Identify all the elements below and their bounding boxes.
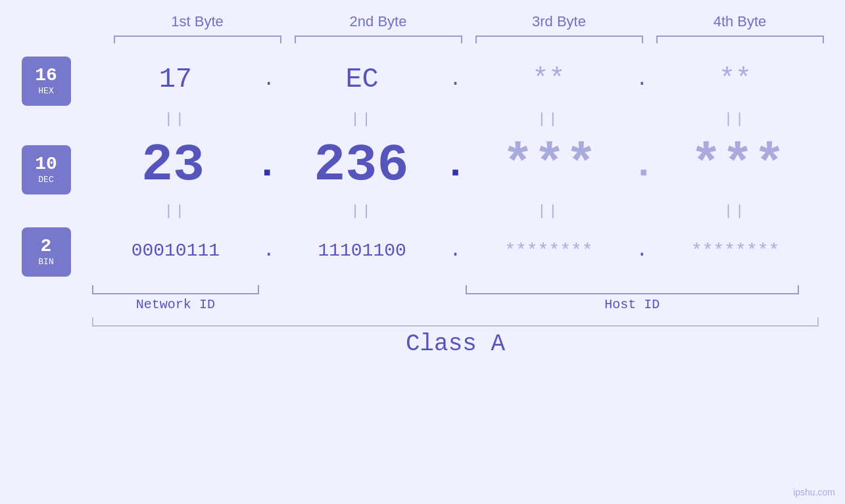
hex-row: 17 . EC . ** . ** — [92, 50, 845, 109]
label-gap-1 — [259, 297, 279, 312]
equals-row-2: || || || || — [92, 201, 845, 221]
eq1-b3: || — [466, 111, 633, 127]
bottom-bracket-container — [92, 285, 845, 294]
dec-cell-b4: *** — [657, 135, 819, 195]
bracket-b1 — [114, 35, 281, 43]
hex-badge-num: 16 — [35, 66, 57, 85]
eq1-b2: || — [279, 111, 446, 127]
dec-val-b2: 236 — [314, 135, 408, 195]
dec-cell-b2: 236 — [280, 135, 442, 195]
bin-badge: 2 BIN — [22, 227, 71, 277]
bracket-gap-1 — [259, 285, 279, 294]
badges-column: 16 HEX 10 DEC 2 BIN — [0, 50, 92, 357]
bracket-b3 — [475, 35, 643, 43]
hex-badge: 16 HEX — [22, 57, 71, 106]
hex-val-b4: ** — [719, 64, 752, 95]
dec-cell-b1: 23 — [92, 135, 254, 195]
hex-cell-b2: EC — [279, 64, 446, 95]
eq1-b1: || — [92, 111, 259, 127]
eq2-b1: || — [92, 203, 259, 219]
bin-val-b2: 11101100 — [318, 241, 406, 261]
hex-cell-b4: ** — [652, 64, 819, 95]
eq2-b2: || — [279, 203, 446, 219]
main-container: 1st Byte 2nd Byte 3rd Byte 4th Byte 16 H… — [0, 0, 845, 504]
eq1-b4: || — [652, 111, 819, 127]
bin-badge-num: 2 — [41, 237, 52, 256]
bracket-gap-2 — [446, 285, 466, 294]
eq2-b3: || — [466, 203, 633, 219]
bin-dot-1: . — [259, 239, 279, 262]
host-bracket-empty — [279, 285, 446, 294]
bracket-b4 — [656, 35, 824, 43]
top-bracket-row — [107, 35, 831, 43]
hex-val-b3: ** — [532, 64, 565, 95]
network-id-label: Network ID — [92, 297, 259, 312]
host-full-bracket-wrapper — [466, 285, 800, 294]
byte1-header: 1st Byte — [107, 13, 288, 30]
label-empty — [279, 297, 446, 312]
hex-badge-label: HEX — [38, 86, 53, 96]
class-bracket-wrapper — [92, 317, 845, 327]
host-full-bracket — [466, 285, 800, 294]
class-label: Class A — [406, 331, 505, 357]
label-gap-3 — [799, 297, 819, 312]
hex-dot-3: . — [632, 68, 652, 91]
bin-val-b1: 00010111 — [132, 241, 220, 261]
bin-row: 00010111 . 11101100 . ******** . *******… — [92, 221, 845, 280]
bracket-b2 — [295, 35, 462, 43]
network-bracket-wrapper — [92, 285, 259, 294]
dec-dot-2: . — [443, 145, 469, 185]
bin-val-b3: ******** — [504, 241, 592, 261]
bin-val-b4: ******** — [691, 241, 779, 261]
equals-row-1: || || || || — [92, 109, 845, 129]
network-bracket — [92, 285, 259, 294]
bin-dot-2: . — [446, 239, 466, 262]
dec-dot-1: . — [254, 145, 280, 185]
dec-val-b3: *** — [502, 135, 597, 195]
class-label-wrapper: Class A — [92, 331, 845, 357]
byte3-header: 3rd Byte — [469, 13, 650, 30]
hex-cell-b3: ** — [466, 64, 633, 95]
byte2-header: 2nd Byte — [288, 13, 469, 30]
byte-headers-row: 1st Byte 2nd Byte 3rd Byte 4th Byte — [107, 13, 831, 30]
bin-badge-label: BIN — [38, 257, 53, 267]
dec-val-b1: 23 — [141, 135, 205, 195]
dec-badge-num: 10 — [35, 155, 57, 173]
main-rows: 16 HEX 10 DEC 2 BIN 17 . EC — [0, 50, 845, 357]
id-labels-row: Network ID Host ID — [92, 297, 845, 312]
watermark: ipshu.com — [793, 487, 835, 497]
hex-dot-2: . — [446, 68, 466, 91]
host-bracket-wrapper — [279, 285, 446, 294]
byte4-header: 4th Byte — [650, 13, 831, 30]
eq2-b4: || — [652, 203, 819, 219]
dec-badge: 10 DEC — [22, 145, 71, 195]
dec-dot-3: . — [631, 145, 657, 185]
class-bracket — [92, 317, 819, 327]
hex-cell-b1: 17 — [92, 64, 259, 95]
dec-val-b4: *** — [690, 135, 785, 195]
host-id-label: Host ID — [466, 297, 800, 312]
hex-val-b1: 17 — [159, 64, 192, 95]
dec-cell-b3: *** — [469, 135, 631, 195]
bin-cell-b3: ******** — [466, 241, 633, 261]
bin-dot-3: . — [632, 239, 652, 262]
bin-cell-b4: ******** — [652, 241, 819, 261]
bin-cell-b1: 00010111 — [92, 241, 259, 261]
bin-cell-b2: 11101100 — [279, 241, 446, 261]
data-rows-area: 17 . EC . ** . ** || || — [92, 50, 845, 357]
hex-dot-1: . — [259, 68, 279, 91]
hex-val-b2: EC — [345, 64, 378, 95]
label-gap-2 — [446, 297, 466, 312]
dec-badge-label: DEC — [38, 175, 53, 185]
bracket-gap-3 — [799, 285, 819, 294]
dec-row: 23 . 236 . *** . *** — [92, 129, 845, 201]
